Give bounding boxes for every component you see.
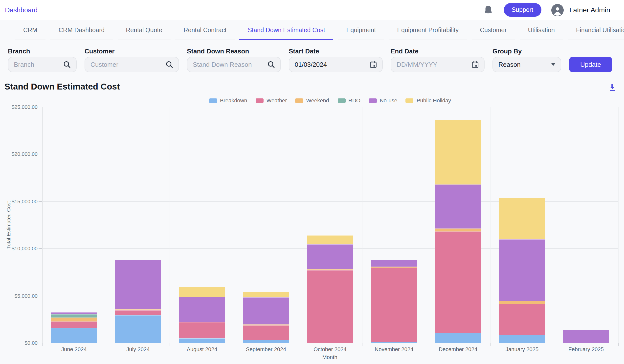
bar-segment-weekend-october-2024[interactable] bbox=[307, 269, 353, 270]
gridline-h bbox=[42, 154, 618, 155]
x-tick-label-february-2025: February 2025 bbox=[568, 346, 604, 352]
end-date-input[interactable]: DD/MM/YYYY bbox=[390, 57, 485, 72]
x-tick-mark bbox=[618, 343, 618, 346]
bar-segment-weather-june-2024[interactable] bbox=[51, 322, 97, 328]
x-tick-label-november-2024: November 2024 bbox=[375, 346, 414, 352]
legend-label-weather: Weather bbox=[266, 97, 287, 103]
bar-segment-weekend-january-2025[interactable] bbox=[499, 301, 545, 304]
bar-segment-no-use-june-2024[interactable] bbox=[51, 312, 97, 314]
tab-customer[interactable]: Customer bbox=[471, 21, 515, 40]
bar-segment-weather-december-2024[interactable] bbox=[435, 232, 481, 333]
gridline-v bbox=[234, 107, 234, 343]
dashboard-link[interactable]: Dashboard bbox=[5, 6, 38, 14]
legend-item-weather[interactable]: Weather bbox=[256, 97, 287, 103]
bar-segment-weekend-december-2024[interactable] bbox=[435, 229, 481, 232]
bar-segment-no-use-february-2025[interactable] bbox=[563, 330, 609, 343]
bar-segment-no-use-september-2024[interactable] bbox=[243, 297, 289, 325]
download-chart-button[interactable] bbox=[608, 84, 617, 92]
bar-segment-no-use-july-2024[interactable] bbox=[115, 260, 161, 309]
bar-segment-weather-july-2024[interactable] bbox=[115, 310, 161, 315]
bar-segment-weekend-september-2024[interactable] bbox=[243, 325, 289, 325]
tab-equipment[interactable]: Equipment bbox=[338, 21, 385, 40]
bar-segment-public-holiday-january-2025[interactable] bbox=[499, 198, 545, 240]
legend-label-no-use: No-use bbox=[380, 97, 397, 103]
bar-segment-breakdown-july-2024[interactable] bbox=[115, 315, 161, 343]
start-date-value: 01/03/2024 bbox=[295, 61, 327, 68]
legend-item-weekend[interactable]: Weekend bbox=[295, 97, 329, 103]
legend-item-breakdown[interactable]: Breakdown bbox=[209, 97, 247, 103]
user-name[interactable]: Latner Admin bbox=[569, 6, 610, 14]
group-by-select[interactable]: Reason bbox=[493, 57, 561, 72]
tab-crm-dashboard[interactable]: CRM Dashboard bbox=[50, 21, 113, 40]
end-date-placeholder: DD/MM/YYYY bbox=[396, 61, 437, 68]
bar-segment-weather-january-2025[interactable] bbox=[499, 304, 545, 335]
tab-rental-quote[interactable]: Rental Quote bbox=[117, 21, 171, 40]
y-tick-label: $5,000.00 bbox=[0, 292, 38, 298]
x-tick-label-august-2024: August 2024 bbox=[187, 346, 217, 352]
y-tick-mark bbox=[39, 343, 42, 343]
x-tick-mark bbox=[362, 343, 362, 346]
support-button[interactable]: Support bbox=[504, 3, 541, 17]
x-tick-mark bbox=[106, 343, 106, 346]
group-by-value: Reason bbox=[498, 61, 521, 68]
tab-stand-down-estimated-cost[interactable]: Stand Down Estimated Cost bbox=[239, 21, 334, 40]
bar-segment-breakdown-september-2024[interactable] bbox=[243, 340, 289, 343]
x-tick-mark bbox=[170, 343, 170, 346]
filter-label-start-date: Start Date bbox=[289, 48, 383, 55]
bar-segment-no-use-january-2025[interactable] bbox=[499, 240, 545, 301]
legend-item-no-use[interactable]: No-use bbox=[369, 97, 397, 103]
bar-segment-breakdown-june-2024[interactable] bbox=[51, 328, 97, 343]
start-date-input[interactable]: 01/03/2024 bbox=[289, 57, 383, 72]
calendar-icon bbox=[370, 61, 377, 68]
branch-input[interactable]: Branch bbox=[8, 57, 77, 72]
filter-field-customer: CustomerCustomer bbox=[84, 48, 179, 72]
x-tick-mark bbox=[490, 343, 490, 346]
legend-label-rdo: RDO bbox=[348, 97, 361, 103]
bar-segment-weekend-november-2024[interactable] bbox=[371, 266, 417, 267]
filter-field-end-date: End DateDD/MM/YYYY bbox=[390, 48, 485, 72]
tab-bar: CRMCRM DashboardRental QuoteRental Contr… bbox=[0, 21, 624, 40]
bar-segment-public-holiday-august-2024[interactable] bbox=[179, 287, 225, 297]
legend-item-public-holiday[interactable]: Public Holiday bbox=[406, 97, 451, 103]
bar-segment-no-use-december-2024[interactable] bbox=[435, 185, 481, 229]
tab-equipment-profitability[interactable]: Equipment Profitability bbox=[389, 21, 467, 40]
bar-segment-breakdown-december-2024[interactable] bbox=[435, 333, 481, 343]
bar-segment-public-holiday-september-2024[interactable] bbox=[243, 292, 289, 297]
bar-segment-weather-october-2024[interactable] bbox=[307, 270, 353, 343]
bar-segment-weekend-june-2024[interactable] bbox=[51, 317, 97, 322]
bar-segment-public-holiday-december-2024[interactable] bbox=[435, 120, 481, 185]
search-icon bbox=[63, 61, 71, 68]
gridline-v bbox=[426, 107, 426, 343]
gridline-v bbox=[490, 107, 490, 343]
bar-segment-no-use-november-2024[interactable] bbox=[371, 260, 417, 266]
bar-segment-rdo-june-2024[interactable] bbox=[51, 314, 97, 317]
x-tick-mark bbox=[42, 343, 42, 346]
avatar[interactable] bbox=[551, 4, 563, 16]
stand-down-reason-input[interactable]: Stand Down Reason bbox=[187, 57, 281, 72]
filter-field-stand-down-reason: Stand Down ReasonStand Down Reason bbox=[187, 48, 281, 72]
bar-segment-breakdown-november-2024[interactable] bbox=[371, 342, 417, 343]
bar-segment-weather-august-2024[interactable] bbox=[179, 322, 225, 338]
update-button[interactable]: Update bbox=[569, 57, 612, 72]
bar-segment-public-holiday-october-2024[interactable] bbox=[307, 236, 353, 244]
legend-swatch-rdo bbox=[338, 98, 345, 103]
x-tick-label-july-2024: July 2024 bbox=[126, 346, 150, 352]
filter-label-branch: Branch bbox=[8, 48, 77, 55]
notifications-button[interactable] bbox=[483, 5, 493, 15]
bar-segment-weather-september-2024[interactable] bbox=[243, 325, 289, 340]
bar-segment-breakdown-august-2024[interactable] bbox=[179, 338, 225, 343]
legend-item-rdo[interactable]: RDO bbox=[338, 97, 361, 103]
bar-segment-no-use-october-2024[interactable] bbox=[307, 244, 353, 269]
bar-segment-weekend-july-2024[interactable] bbox=[115, 309, 161, 310]
tab-crm[interactable]: CRM bbox=[15, 21, 46, 40]
bar-segment-breakdown-january-2025[interactable] bbox=[499, 335, 545, 343]
tab-financial-utilisation[interactable]: Financial Utilisation bbox=[568, 21, 624, 40]
tab-rental-contract[interactable]: Rental Contract bbox=[175, 21, 235, 40]
tab-utilisation[interactable]: Utilisation bbox=[520, 21, 563, 40]
bar-segment-weather-november-2024[interactable] bbox=[371, 267, 417, 342]
legend-swatch-public-holiday bbox=[406, 98, 414, 103]
customer-input[interactable]: Customer bbox=[84, 57, 179, 72]
y-axis-line bbox=[42, 107, 43, 343]
bar-segment-no-use-august-2024[interactable] bbox=[179, 297, 225, 322]
gridline-v bbox=[170, 107, 170, 343]
